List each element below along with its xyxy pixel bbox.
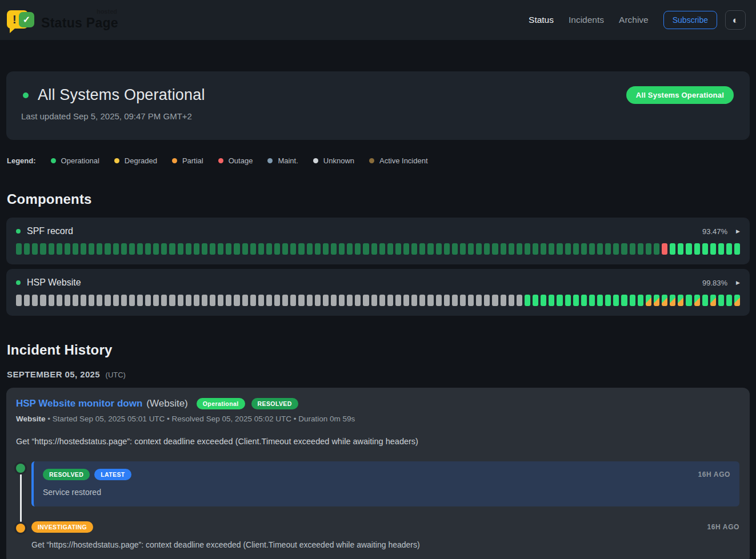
expand-arrow-icon[interactable]: ▶ (736, 228, 740, 234)
uptime-bar[interactable] (282, 295, 288, 306)
uptime-bar[interactable] (670, 243, 675, 255)
uptime-bar[interactable] (57, 295, 62, 306)
uptime-bar[interactable] (557, 243, 562, 255)
uptime-bar[interactable] (226, 295, 231, 306)
uptime-bar[interactable] (347, 243, 353, 255)
uptime-bar[interactable] (484, 295, 490, 306)
uptime-bar[interactable] (484, 243, 490, 255)
uptime-bar[interactable] (40, 295, 46, 306)
uptime-bar[interactable] (646, 295, 651, 306)
uptime-bar[interactable] (129, 295, 135, 306)
uptime-bar[interactable] (573, 243, 579, 255)
uptime-bar[interactable] (613, 295, 619, 306)
uptime-bar[interactable] (638, 243, 643, 255)
uptime-bar[interactable] (81, 295, 86, 306)
uptime-bar[interactable] (597, 243, 603, 255)
uptime-bar[interactable] (73, 295, 78, 306)
uptime-bar[interactable] (436, 295, 442, 306)
uptime-bar[interactable] (694, 243, 700, 255)
uptime-bar[interactable] (307, 243, 313, 255)
uptime-bar[interactable] (549, 243, 554, 255)
uptime-bar[interactable] (129, 243, 135, 255)
theme-toggle-button[interactable]: ◐ (725, 10, 746, 30)
uptime-bar[interactable] (654, 243, 659, 255)
uptime-bar[interactable] (145, 295, 151, 306)
uptime-bar[interactable] (298, 295, 304, 306)
uptime-bar[interactable] (573, 295, 579, 306)
uptime-bar[interactable] (347, 295, 353, 306)
subscribe-button[interactable]: Subscribe (663, 11, 717, 29)
uptime-bar[interactable] (638, 295, 643, 306)
uptime-bar[interactable] (630, 243, 635, 255)
uptime-bar[interactable] (581, 295, 587, 306)
uptime-bar[interactable] (24, 295, 30, 306)
uptime-bar[interactable] (557, 295, 562, 306)
uptime-bar[interactable] (363, 243, 369, 255)
uptime-bar[interactable] (379, 243, 385, 255)
uptime-bar[interactable] (113, 243, 119, 255)
uptime-bar[interactable] (65, 243, 70, 255)
uptime-bar[interactable] (298, 243, 304, 255)
uptime-bar[interactable] (81, 243, 86, 255)
uptime-bar[interactable] (630, 295, 635, 306)
uptime-bar[interactable] (266, 243, 272, 255)
uptime-bar[interactable] (161, 295, 167, 306)
uptime-bar[interactable] (710, 295, 716, 306)
uptime-bar[interactable] (411, 243, 417, 255)
uptime-bar[interactable] (355, 243, 361, 255)
uptime-bar[interactable] (662, 295, 667, 306)
uptime-bar[interactable] (549, 295, 554, 306)
uptime-bar[interactable] (161, 243, 167, 255)
uptime-bar[interactable] (73, 243, 78, 255)
uptime-bar[interactable] (371, 243, 377, 255)
uptime-bar[interactable] (686, 295, 691, 306)
uptime-bar[interactable] (16, 295, 22, 306)
uptime-bar[interactable] (145, 243, 151, 255)
uptime-bar[interactable] (605, 295, 611, 306)
uptime-bar[interactable] (57, 243, 62, 255)
component-header[interactable]: SPF record93.47%▶ (16, 226, 740, 236)
uptime-bar[interactable] (509, 243, 514, 255)
uptime-bar[interactable] (65, 295, 70, 306)
uptime-bar[interactable] (395, 295, 401, 306)
uptime-bar[interactable] (234, 243, 239, 255)
uptime-bar[interactable] (734, 243, 740, 255)
uptime-bar[interactable] (32, 295, 38, 306)
uptime-bar[interactable] (121, 243, 127, 255)
uptime-bar[interactable] (419, 243, 425, 255)
uptime-bar[interactable] (589, 295, 595, 306)
uptime-bar[interactable] (468, 295, 474, 306)
uptime-bar[interactable] (387, 243, 393, 255)
component-header[interactable]: HSP Website99.83%▶ (16, 278, 740, 288)
nav-archive[interactable]: Archive (619, 15, 649, 25)
uptime-bar[interactable] (509, 295, 514, 306)
uptime-bar[interactable] (24, 243, 30, 255)
uptime-bar[interactable] (282, 243, 288, 255)
uptime-bar[interactable] (710, 243, 716, 255)
uptime-bar[interactable] (210, 243, 215, 255)
uptime-bar[interactable] (331, 295, 337, 306)
uptime-bar[interactable] (492, 295, 498, 306)
uptime-bar[interactable] (678, 295, 683, 306)
uptime-bar[interactable] (492, 243, 498, 255)
uptime-bar[interactable] (662, 243, 667, 255)
uptime-bar[interactable] (323, 295, 329, 306)
component-card-hsp-website[interactable]: HSP Website99.83%▶ (6, 269, 750, 316)
uptime-bar[interactable] (444, 243, 450, 255)
uptime-bar[interactable] (565, 295, 571, 306)
uptime-bar[interactable] (718, 243, 724, 255)
uptime-bar[interactable] (186, 243, 191, 255)
uptime-bar[interactable] (452, 295, 458, 306)
uptime-bar[interactable] (137, 243, 143, 255)
uptime-bar[interactable] (371, 295, 377, 306)
uptime-bar[interactable] (613, 243, 619, 255)
uptime-bar[interactable] (403, 243, 409, 255)
uptime-bar[interactable] (290, 295, 296, 306)
uptime-bar[interactable] (452, 243, 458, 255)
uptime-bar[interactable] (105, 243, 110, 255)
uptime-bar[interactable] (339, 295, 345, 306)
uptime-bar[interactable] (113, 295, 119, 306)
uptime-bar[interactable] (186, 295, 191, 306)
uptime-bar[interactable] (218, 243, 223, 255)
uptime-bar[interactable] (89, 243, 94, 255)
